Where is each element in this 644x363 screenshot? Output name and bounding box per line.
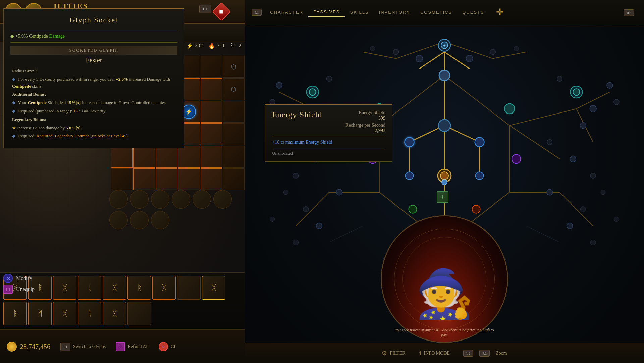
small-btn[interactable]	[213, 190, 232, 209]
svg-point-99	[573, 89, 580, 95]
l1-button[interactable]: L1	[199, 5, 211, 13]
glyph-item[interactable]: ᚷ	[103, 276, 126, 300]
small-btn[interactable]	[172, 190, 190, 209]
grid-cell-hl[interactable]	[201, 78, 222, 100]
glyph-item[interactable]: ᚱ	[3, 302, 27, 325]
small-btn[interactable]	[109, 190, 128, 209]
svg-point-52	[336, 189, 342, 195]
grid-cell-hl[interactable]	[201, 168, 222, 190]
desc1: ◆ For every 5 Dexterity purchased within…	[10, 76, 177, 90]
svg-line-2	[444, 75, 509, 125]
glyph-item[interactable]	[177, 276, 201, 300]
small-btn[interactable]	[193, 190, 211, 209]
es-stat2-val: 2,993	[375, 128, 386, 133]
glyph-item[interactable]: ᚷ	[53, 276, 76, 300]
grid-cell-hl[interactable]	[111, 146, 133, 168]
character-circle: 🧙	[381, 215, 508, 343]
small-btn[interactable]	[151, 211, 169, 229]
svg-point-60	[607, 82, 613, 88]
svg-point-40	[490, 49, 495, 55]
nav-character-btn[interactable]: CHARACTER	[265, 8, 308, 16]
glyph-item[interactable]: ᚷ	[152, 276, 176, 300]
grid-cell[interactable]	[223, 123, 245, 145]
es-title: Energy Shield	[272, 110, 322, 119]
svg-point-89	[472, 205, 480, 213]
r2-badge: R2	[479, 350, 490, 357]
tooltip-title: Glyph Socket	[10, 16, 177, 25]
grid-cell-hl[interactable]	[133, 146, 155, 168]
info-action[interactable]: ℹ INFO MODE	[419, 350, 450, 357]
es-status: Unallocated	[272, 151, 385, 156]
gold-amount: 28,747,456	[20, 343, 50, 351]
filter-action[interactable]: ⚙ FILTER	[382, 350, 405, 357]
grid-cell-hl[interactable]	[201, 101, 222, 123]
glyph-item[interactable]: ᚱ	[78, 302, 101, 325]
svg-point-63	[580, 123, 586, 129]
refund-action[interactable]: □ Refund All	[116, 342, 149, 351]
grid-cell-hl[interactable]	[201, 146, 222, 168]
grid-cell-hl[interactable]	[133, 168, 155, 190]
svg-point-78	[439, 70, 450, 81]
glyph-item[interactable]: ᚱ	[127, 276, 151, 300]
glyph-item[interactable]	[127, 302, 151, 325]
info-label: INFO MODE	[424, 351, 450, 356]
legendary1: ★ Increase Poison damage by 5.0%[x].	[10, 125, 177, 132]
grid-cell-hl[interactable]	[201, 123, 222, 145]
bottom-bar-left: 28,747,456 L1 Switch to Glyphs □ Refund …	[0, 329, 245, 363]
svg-point-72	[614, 217, 619, 222]
grid-cell[interactable]	[111, 168, 133, 190]
small-btn[interactable]	[151, 190, 169, 209]
allocate-node-btn[interactable]: +	[437, 191, 448, 203]
grid-cell[interactable]: ⬡	[223, 56, 245, 78]
close-action[interactable]: ○ Cl	[159, 342, 175, 351]
zoom-action[interactable]: L2 R2 Zoom	[463, 350, 507, 357]
nav-cosmetics-btn[interactable]: COSMETICS	[415, 8, 457, 16]
modify-btn[interactable]: ✕ Modify	[3, 274, 35, 283]
nav-quests-btn[interactable]: QUESTS	[457, 8, 489, 16]
svg-point-37	[416, 55, 423, 62]
svg-point-61	[614, 99, 619, 105]
grid-cell-hl[interactable]	[178, 168, 200, 190]
game-screen: ⚔ 🜁 ILITIES L1 ◆ Tree Paragon R2 ⚡ 292 🔥…	[0, 0, 644, 363]
glyph-inventory: ᚷ ᚱ ᚷ ᚳ ᚷ ᚱ ᚷ ᚷ ᚱ ᛗ ᚷ ᚱ ᚷ	[0, 272, 245, 329]
small-btn[interactable]	[109, 211, 128, 229]
svg-line-22	[560, 192, 593, 226]
grid-cell[interactable]	[223, 101, 245, 123]
svg-point-97	[309, 89, 316, 95]
switch-glyphs-action[interactable]: L1 Switch to Glyphs	[60, 342, 106, 351]
es-header: Energy Shield Energy Shield 399 Recharge…	[272, 110, 385, 133]
unequip-btn[interactable]: □ Unequip	[3, 285, 35, 294]
glyph-item[interactable]: ᚷ	[103, 302, 126, 325]
small-btn[interactable]	[130, 190, 149, 209]
glyph-item[interactable]: ᚷ	[53, 302, 76, 325]
grid-cell-hl[interactable]	[156, 168, 177, 190]
es-bonus: +10 to maximum Energy Shield	[272, 140, 385, 145]
info-icon: ℹ	[419, 350, 421, 357]
stat-icon-1: ⚡	[186, 42, 193, 49]
svg-point-62	[557, 76, 562, 81]
glyph-item[interactable]: ᚷ	[202, 276, 225, 300]
grid-cell[interactable]	[223, 146, 245, 168]
svg-point-45	[276, 82, 282, 88]
glyph-item[interactable]: ᚳ	[78, 276, 101, 300]
svg-line-17	[363, 52, 396, 59]
stat-val-2: 311	[217, 43, 225, 49]
small-btn[interactable]	[130, 211, 149, 229]
grid-cell[interactable]: ⬡	[223, 78, 245, 100]
svg-point-85	[504, 104, 515, 114]
top-nav-right: L1 CHARACTER PASSIVES SKILLS INVENTORY C…	[245, 0, 644, 25]
grid-cell-hl[interactable]	[156, 146, 177, 168]
svg-point-92	[442, 180, 447, 185]
glyph-item[interactable]: ᛗ	[28, 302, 52, 325]
grid-cell[interactable]	[223, 168, 245, 190]
rb-button[interactable]: ◆	[212, 2, 231, 21]
grid-cell[interactable]	[201, 56, 222, 78]
grid-cell-hl[interactable]	[178, 146, 200, 168]
stat-val-3: 2	[239, 43, 241, 49]
svg-point-88	[409, 205, 417, 213]
svg-point-38	[466, 55, 473, 62]
nav-inventory-btn[interactable]: INVENTORY	[374, 8, 415, 16]
char-circle-inner: 🧙	[382, 216, 507, 342]
nav-passives-btn[interactable]: PASSIVES	[308, 8, 345, 17]
nav-skills-btn[interactable]: SKILLS	[345, 8, 374, 16]
